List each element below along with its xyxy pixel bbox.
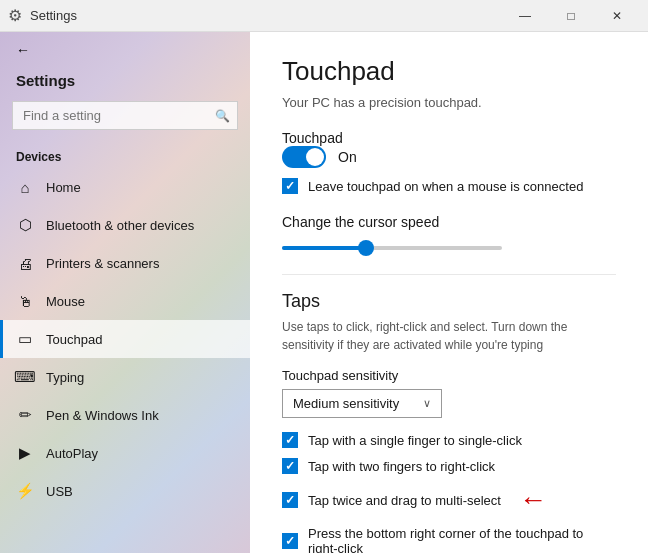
touchpad-section-label: Touchpad — [282, 130, 616, 146]
printers-icon: 🖨 — [16, 254, 34, 272]
settings-window: ⚙ Settings — □ ✕ ← Settings 🔍 Devices ⌂ … — [0, 0, 648, 553]
taps-heading: Taps — [282, 291, 616, 312]
sidebar-item-touchpad-label: Touchpad — [46, 332, 102, 347]
sensitivity-dropdown[interactable]: Medium sensitivity ∨ — [282, 389, 442, 418]
autoplay-icon: ▶ — [16, 444, 34, 462]
typing-icon: ⌨ — [16, 368, 34, 386]
slider-fill — [282, 246, 366, 250]
sidebar-item-typing[interactable]: ⌨ Typing — [0, 358, 250, 396]
sidebar-item-mouse-label: Mouse — [46, 294, 85, 309]
two-finger-tap-row[interactable]: ✓ Tap with two fingers to right-click — [282, 458, 616, 474]
usb-icon: ⚡ — [16, 482, 34, 500]
subtitle: Your PC has a precision touchpad. — [282, 95, 616, 110]
sidebar-item-mouse[interactable]: 🖱 Mouse — [0, 282, 250, 320]
sidebar-item-bluetooth-label: Bluetooth & other devices — [46, 218, 194, 233]
close-button[interactable]: ✕ — [594, 0, 640, 32]
check-icon: ✓ — [285, 493, 295, 507]
check-icon: ✓ — [285, 433, 295, 447]
check-icon: ✓ — [285, 179, 295, 193]
bluetooth-icon: ⬡ — [16, 216, 34, 234]
sidebar-app-title: Settings — [0, 68, 250, 101]
sidebar-item-bluetooth[interactable]: ⬡ Bluetooth & other devices — [0, 206, 250, 244]
search-input[interactable] — [12, 101, 238, 130]
toggle-on-label: On — [338, 149, 357, 165]
sidebar-item-typing-label: Typing — [46, 370, 84, 385]
leave-touchpad-row[interactable]: ✓ Leave touchpad on when a mouse is conn… — [282, 178, 616, 194]
content-area: ← Settings 🔍 Devices ⌂ Home ⬡ Bluetooth … — [0, 32, 648, 553]
check-icon: ✓ — [285, 459, 295, 473]
cursor-speed-section: Change the cursor speed — [282, 214, 616, 258]
sidebar-item-home-label: Home — [46, 180, 81, 195]
settings-gear-icon: ⚙ — [8, 6, 22, 25]
title-bar-left: ⚙ Settings — [8, 6, 77, 25]
touchpad-toggle-section: Touchpad On ✓ Leave touchpad on when a m… — [282, 130, 616, 194]
single-tap-checkbox[interactable]: ✓ — [282, 432, 298, 448]
minimize-button[interactable]: — — [502, 0, 548, 32]
touchpad-toggle-row: On — [282, 146, 616, 168]
corner-right-click-row[interactable]: ✓ Press the bottom right corner of the t… — [282, 526, 616, 553]
sidebar-item-usb-label: USB — [46, 484, 73, 499]
sidebar-item-touchpad[interactable]: ▭ Touchpad — [0, 320, 250, 358]
search-icon: 🔍 — [215, 109, 230, 123]
taps-section: Taps Use taps to click, right-click and … — [282, 291, 616, 553]
sidebar-item-home[interactable]: ⌂ Home — [0, 168, 250, 206]
sidebar-item-usb[interactable]: ⚡ USB — [0, 472, 250, 510]
sidebar-item-printers[interactable]: 🖨 Printers & scanners — [0, 244, 250, 282]
main-content: Touchpad Your PC has a precision touchpa… — [250, 32, 648, 553]
back-button[interactable]: ← — [0, 32, 250, 68]
slider-track[interactable] — [282, 246, 502, 250]
divider — [282, 274, 616, 275]
check-icon: ✓ — [285, 534, 295, 548]
sidebar-item-autoplay-label: AutoPlay — [46, 446, 98, 461]
leave-touchpad-checkbox[interactable]: ✓ — [282, 178, 298, 194]
sensitivity-value: Medium sensitivity — [293, 396, 399, 411]
sidebar-item-pen[interactable]: ✏ Pen & Windows Ink — [0, 396, 250, 434]
touchpad-icon: ▭ — [16, 330, 34, 348]
sidebar-item-pen-label: Pen & Windows Ink — [46, 408, 159, 423]
two-finger-label: Tap with two fingers to right-click — [308, 459, 495, 474]
leave-touchpad-label: Leave touchpad on when a mouse is connec… — [308, 179, 583, 194]
title-bar-controls: — □ ✕ — [502, 0, 640, 32]
touchpad-toggle[interactable] — [282, 146, 326, 168]
drag-multiselect-label: Tap twice and drag to multi-select — [308, 493, 501, 508]
sidebar-section-label: Devices — [0, 142, 250, 168]
slider-track-wrap — [282, 238, 616, 258]
cursor-speed-label: Change the cursor speed — [282, 214, 616, 230]
pen-icon: ✏ — [16, 406, 34, 424]
back-icon: ← — [16, 42, 30, 58]
drag-multiselect-checkbox[interactable]: ✓ — [282, 492, 298, 508]
red-arrow-annotation: ← — [519, 484, 547, 516]
corner-right-click-label: Press the bottom right corner of the tou… — [308, 526, 616, 553]
maximize-button[interactable]: □ — [548, 0, 594, 32]
home-icon: ⌂ — [16, 178, 34, 196]
two-finger-checkbox[interactable]: ✓ — [282, 458, 298, 474]
toggle-knob — [306, 148, 324, 166]
slider-thumb[interactable] — [358, 240, 374, 256]
single-tap-row[interactable]: ✓ Tap with a single finger to single-cli… — [282, 432, 616, 448]
mouse-icon: 🖱 — [16, 292, 34, 310]
chevron-down-icon: ∨ — [423, 397, 431, 410]
corner-right-click-checkbox[interactable]: ✓ — [282, 533, 298, 549]
sensitivity-dropdown-wrap: Touchpad sensitivity Medium sensitivity … — [282, 368, 616, 418]
sidebar-item-autoplay[interactable]: ▶ AutoPlay — [0, 434, 250, 472]
taps-desc: Use taps to click, right-click and selec… — [282, 318, 616, 354]
page-title: Touchpad — [282, 56, 616, 87]
title-bar-title: Settings — [30, 8, 77, 23]
sidebar-search: 🔍 — [12, 101, 238, 130]
sensitivity-label: Touchpad sensitivity — [282, 368, 616, 383]
drag-multiselect-row[interactable]: ✓ Tap twice and drag to multi-select ← — [282, 484, 616, 516]
sidebar-item-printers-label: Printers & scanners — [46, 256, 159, 271]
title-bar: ⚙ Settings — □ ✕ — [0, 0, 648, 32]
single-tap-label: Tap with a single finger to single-click — [308, 433, 522, 448]
sidebar: ← Settings 🔍 Devices ⌂ Home ⬡ Bluetooth … — [0, 32, 250, 553]
